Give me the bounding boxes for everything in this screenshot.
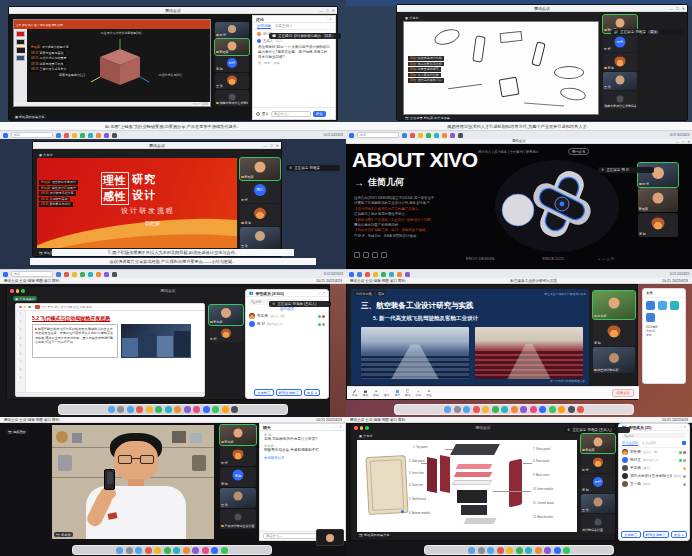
dock-icon[interactable] xyxy=(135,547,142,554)
dock-icon[interactable] xyxy=(478,547,485,554)
social-icon[interactable] xyxy=(372,252,378,258)
participant-tile[interactable]: 李 明 xyxy=(638,213,678,237)
camera-off-icon[interactable] xyxy=(322,315,325,318)
slide-thumbnail[interactable] xyxy=(16,39,25,45)
dock-icon[interactable] xyxy=(212,406,219,413)
reply-button[interactable]: 回复 xyxy=(323,34,334,38)
app-icon[interactable] xyxy=(373,272,378,277)
dock-icon[interactable] xyxy=(473,406,480,413)
mac-dock[interactable] xyxy=(424,545,614,555)
tab-all-messages[interactable]: 全部消息 xyxy=(257,24,271,29)
participant-strip[interactable]: 郭老师 陈 轩 xyxy=(209,305,243,343)
window-titlebar[interactable]: 腾讯会议 —□✕ xyxy=(9,7,337,14)
dock-icon[interactable] xyxy=(116,547,123,554)
app-icon[interactable] xyxy=(357,272,362,277)
app-icon[interactable] xyxy=(80,272,85,277)
member-row[interactable]: 陈轩文(联席主持人) xyxy=(619,456,689,464)
participant-tile[interactable]: 陈轩李 明 xyxy=(581,474,615,493)
close-button[interactable] xyxy=(10,289,14,293)
dock-icon[interactable] xyxy=(145,547,152,554)
dock-icon[interactable] xyxy=(482,406,489,413)
mic-on-icon[interactable] xyxy=(679,451,682,454)
app-icon[interactable] xyxy=(88,272,93,277)
ppt-slide-list[interactable]: 123456789 xyxy=(16,311,26,392)
save-chat-link[interactable]: 保存聊天记录 xyxy=(260,455,345,461)
dock-icon[interactable] xyxy=(563,547,570,554)
taskbar-clock[interactable]: 10:37 2022/4/23 xyxy=(670,134,689,137)
participant-tile[interactable]: 王 浩 xyxy=(581,494,615,513)
mute-all-button[interactable]: 全体静音 xyxy=(621,531,641,538)
windows-taskbar[interactable]: 10:21 2022/4/23 xyxy=(346,269,692,278)
participant-tile[interactable]: 航空设计研究所 xyxy=(593,347,635,373)
app-icon[interactable] xyxy=(72,272,77,277)
maximize-button[interactable]: □ xyxy=(676,6,678,11)
app-icon[interactable] xyxy=(426,133,431,138)
dock-icon[interactable] xyxy=(202,547,209,554)
participant-tile[interactable]: 郭老师 xyxy=(209,305,243,325)
dock-icon[interactable] xyxy=(154,547,161,554)
app-icon[interactable] xyxy=(418,133,423,138)
start-button-icon[interactable] xyxy=(3,272,8,277)
camera-off-icon[interactable] xyxy=(683,451,686,454)
dock-icon[interactable] xyxy=(221,547,228,554)
app-icon[interactable] xyxy=(397,272,402,277)
panel-controls[interactable]: ⤢ ✕ xyxy=(319,291,326,295)
member-row[interactable]: 湖南大学设计艺术学院会议室(成员) xyxy=(619,472,689,480)
app-icon[interactable] xyxy=(80,133,85,138)
mac-dock[interactable] xyxy=(58,404,288,415)
maximize-button[interactable]: □ xyxy=(326,8,328,13)
ppt-ribbon-tabs[interactable]: 文件 开始 插入 设计 切换 动画 放映 审阅 xyxy=(16,23,63,27)
camera-off-icon[interactable] xyxy=(683,459,686,462)
dock-icon[interactable] xyxy=(222,406,229,413)
members-button[interactable]: 👥成员 xyxy=(394,389,400,397)
app-icon[interactable] xyxy=(405,272,410,277)
anonymous-checkbox[interactable] xyxy=(256,112,260,116)
dock-icon[interactable] xyxy=(183,547,190,554)
dock-icon[interactable] xyxy=(520,406,527,413)
dock-icon[interactable] xyxy=(544,547,551,554)
participant-tile[interactable]: 王 浩 xyxy=(215,73,249,89)
maximize-button[interactable]: □ xyxy=(270,143,272,148)
unmute-all-button[interactable]: 解除全体静音 xyxy=(276,389,302,396)
social-icons[interactable] xyxy=(354,252,387,258)
app-icon[interactable] xyxy=(104,133,109,138)
participant-tile[interactable]: 陈 轩 xyxy=(209,326,243,342)
camera-off-icon[interactable] xyxy=(322,323,325,326)
social-icon[interactable] xyxy=(381,252,387,258)
minimize-button[interactable] xyxy=(16,289,20,293)
speaking-toast[interactable]: 🎙正在讲话: 郭胜荣 (主持人) xyxy=(564,427,630,433)
app-icon[interactable] xyxy=(410,133,415,138)
mac-dock[interactable] xyxy=(394,404,634,415)
app-icon[interactable] xyxy=(381,272,386,277)
dock-icon[interactable] xyxy=(184,406,191,413)
mac-window-controls[interactable] xyxy=(10,289,25,293)
tab-joined[interactable]: 已入会(25) xyxy=(622,441,638,446)
minimize-button[interactable]: — xyxy=(263,143,267,148)
start-button-icon[interactable] xyxy=(3,133,8,138)
dock-icon[interactable] xyxy=(164,547,171,554)
start-button-icon[interactable] xyxy=(349,133,354,138)
mute-all-button[interactable]: 全体静音 xyxy=(254,389,274,396)
participant-strip[interactable]: 陈 轩 郭胜荣 陈轩李 明 王 浩 湖南大学设计艺术学院会议室 xyxy=(215,22,249,107)
dock-icon[interactable] xyxy=(492,406,499,413)
social-icon[interactable] xyxy=(354,252,360,258)
mic-on-icon[interactable] xyxy=(318,323,321,326)
participant-tile[interactable]: 湖南大学设计艺术学院会议室 xyxy=(215,90,249,106)
participant-tile[interactable]: 李 明 xyxy=(603,53,637,71)
dock-icon[interactable] xyxy=(203,406,210,413)
taskbar-search[interactable]: 搜索 xyxy=(11,271,53,277)
mic-on-icon[interactable] xyxy=(318,315,321,318)
dock-icon[interactable] xyxy=(525,547,532,554)
main-webcam-view[interactable]: 📷郭老师 xyxy=(52,425,214,539)
dock-icon[interactable] xyxy=(506,547,513,554)
member-search[interactable]: 🔍搜索 xyxy=(622,433,686,438)
participant-tile[interactable]: 设计学院会议室 xyxy=(581,514,615,533)
dock-icon[interactable] xyxy=(558,406,565,413)
record-button[interactable]: ●录制 xyxy=(416,389,422,397)
app-icon[interactable] xyxy=(64,272,69,277)
participant-tile[interactable]: 郭胜荣 xyxy=(215,39,249,55)
mac-menubar[interactable]: 腾讯会议 会议 编辑 视图 窗口 帮助10:21 2022/4/23 xyxy=(0,278,346,284)
member-row[interactable]: 李老师(嘉宾) xyxy=(619,464,689,472)
speaking-toast[interactable]: 🎙正在讲话: 陈 轩 xyxy=(598,167,654,173)
menu-items[interactable]: 腾讯会议 会议 编辑 视图 窗口 帮助 xyxy=(350,279,405,283)
